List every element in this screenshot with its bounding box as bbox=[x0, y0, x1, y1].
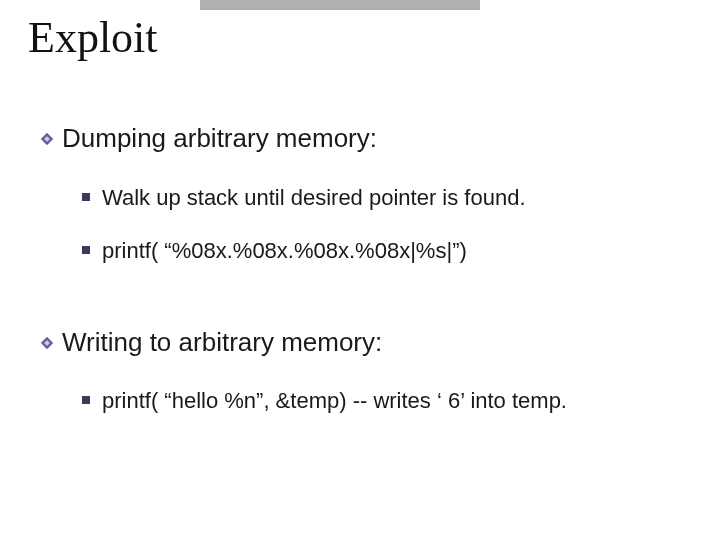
slide-body: Dumping arbitrary memory: Walk up stack … bbox=[40, 122, 700, 440]
bullet-text: printf( “%08x.%08x.%08x.%08x|%s|”) bbox=[102, 236, 467, 266]
bullet-text: Walk up stack until desired pointer is f… bbox=[102, 183, 526, 213]
section-heading: Dumping arbitrary memory: bbox=[62, 122, 377, 155]
slide: Exploit Dumping arbitrary memory: Walk u… bbox=[0, 0, 720, 540]
section-heading: Writing to arbitrary memory: bbox=[62, 326, 382, 359]
bullet-text: printf( “hello %n”, &temp) -- writes ‘ 6… bbox=[102, 386, 567, 416]
diamond-icon bbox=[40, 132, 54, 146]
slide-title: Exploit bbox=[28, 12, 158, 63]
bullet-level1: Dumping arbitrary memory: bbox=[40, 122, 700, 155]
square-icon bbox=[82, 193, 90, 201]
bullet-level2: printf( “%08x.%08x.%08x.%08x|%s|”) bbox=[82, 236, 700, 266]
header-bar bbox=[200, 0, 480, 10]
bullet-level2: printf( “hello %n”, &temp) -- writes ‘ 6… bbox=[82, 386, 700, 416]
bullet-level2: Walk up stack until desired pointer is f… bbox=[82, 183, 700, 213]
bullet-level1: Writing to arbitrary memory: bbox=[40, 326, 700, 359]
square-icon bbox=[82, 246, 90, 254]
diamond-icon bbox=[40, 336, 54, 350]
square-icon bbox=[82, 396, 90, 404]
